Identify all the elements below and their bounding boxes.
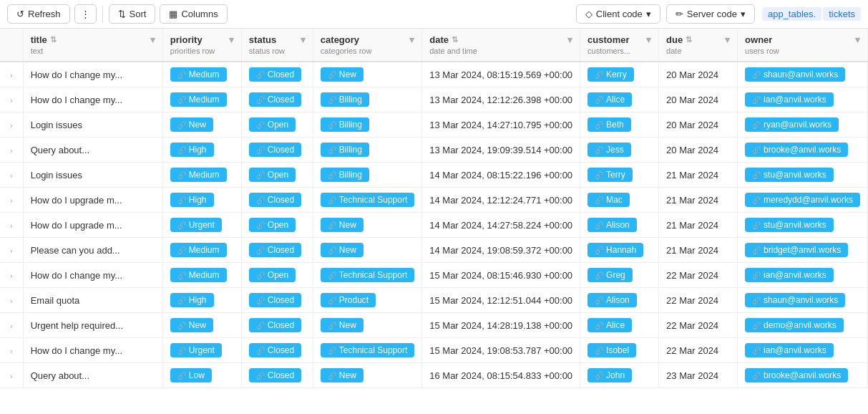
owner-tag[interactable]: 🔗 shaun@anvil.works — [745, 293, 845, 307]
date-value: 14 Mar 2024, 12:12:24.771 +00:00 — [429, 195, 572, 206]
priority-tag[interactable]: 🔗 Medium — [170, 67, 227, 82]
status-tag[interactable]: 🔗 Open — [249, 218, 296, 232]
owner-tag[interactable]: 🔗 shaun@anvil.works — [745, 67, 845, 82]
status-tag[interactable]: 🔗 Closed — [249, 318, 301, 332]
expand-button[interactable]: › — [7, 245, 16, 256]
client-code-button[interactable]: ◇ Client code ▾ — [576, 4, 660, 24]
customer-dropdown-icon[interactable]: ▾ — [646, 34, 651, 45]
title-cell: How do I upgrade m... — [23, 188, 162, 213]
category-tag[interactable]: 🔗 Billing — [321, 117, 369, 132]
expand-button[interactable]: › — [7, 370, 16, 382]
owner-tag[interactable]: 🔗 meredydd@anvil.works — [745, 193, 860, 207]
more-options-button[interactable]: ⋮ — [74, 4, 97, 24]
category-tag[interactable]: 🔗 New — [321, 243, 364, 257]
date-sort-icon[interactable]: ⇅ — [452, 35, 458, 44]
status-tag[interactable]: 🔗 Closed — [249, 343, 301, 357]
customer-tag[interactable]: 🔗 Alison — [587, 218, 637, 232]
priority-tag[interactable]: 🔗 New — [170, 117, 213, 132]
customer-tag[interactable]: 🔗 Isobel — [587, 343, 636, 357]
category-dropdown-icon[interactable]: ▾ — [409, 34, 414, 45]
category-tag[interactable]: 🔗 New — [321, 218, 364, 232]
priority-tag[interactable]: 🔗 Medium — [170, 243, 227, 257]
due-sort-icon[interactable]: ⇅ — [686, 35, 692, 44]
customer-tag[interactable]: 🔗 Hannah — [587, 243, 643, 257]
priority-tag[interactable]: 🔗 Medium — [170, 168, 227, 182]
customer-tag[interactable]: 🔗 Jess — [587, 143, 631, 157]
priority-tag[interactable]: 🔗 Urgent — [170, 343, 222, 357]
status-tag[interactable]: 🔗 Closed — [249, 92, 301, 107]
priority-tag[interactable]: 🔗 High — [170, 293, 214, 307]
expand-button[interactable]: › — [7, 195, 16, 206]
customer-tag[interactable]: 🔗 John — [587, 368, 632, 382]
status-tag[interactable]: 🔗 Closed — [249, 193, 301, 207]
priority-tag[interactable]: 🔗 Urgent — [170, 218, 222, 232]
owner-tag[interactable]: 🔗 stu@anvil.works — [745, 168, 834, 182]
owner-tag[interactable]: 🔗 ian@anvil.works — [745, 343, 834, 357]
customer-tag[interactable]: 🔗 Greg — [587, 268, 633, 282]
owner-tag[interactable]: 🔗 ian@anvil.works — [745, 268, 834, 282]
owner-dropdown-icon[interactable]: ▾ — [855, 34, 860, 45]
status-tag[interactable]: 🔗 Closed — [249, 67, 301, 82]
expand-button[interactable]: › — [7, 320, 16, 332]
customer-tag[interactable]: 🔗 Alice — [587, 92, 632, 107]
owner-tag[interactable]: 🔗 brooke@anvil.works — [745, 143, 848, 157]
priority-tag[interactable]: 🔗 Low — [170, 368, 212, 382]
category-tag[interactable]: 🔗 New — [321, 67, 364, 82]
status-dropdown-icon[interactable]: ▾ — [301, 34, 306, 45]
owner-tag[interactable]: 🔗 ian@anvil.works — [745, 92, 834, 107]
owner-tag[interactable]: 🔗 brooke@anvil.works — [745, 368, 848, 382]
status-tag[interactable]: 🔗 Closed — [249, 293, 301, 307]
title-dropdown-icon[interactable]: ▾ — [150, 34, 155, 45]
priority-dropdown-icon[interactable]: ▾ — [229, 34, 234, 45]
expand-button[interactable]: › — [7, 170, 16, 181]
category-tag[interactable]: 🔗 Billing — [321, 92, 369, 107]
status-tag[interactable]: 🔗 Open — [249, 117, 296, 132]
category-tag[interactable]: 🔗 Billing — [321, 168, 369, 182]
owner-tag[interactable]: 🔗 stu@anvil.works — [745, 218, 834, 232]
title-sort-icon[interactable]: ⇅ — [50, 35, 57, 44]
due-dropdown-icon[interactable]: ▾ — [725, 34, 730, 45]
category-tag[interactable]: 🔗 New — [321, 318, 364, 332]
expand-button[interactable]: › — [7, 95, 16, 106]
refresh-button[interactable]: ↺ Refresh — [7, 4, 70, 24]
status-tag[interactable]: 🔗 Open — [249, 168, 296, 182]
category-tag[interactable]: 🔗 Technical Support — [321, 343, 414, 357]
expand-button[interactable]: › — [7, 69, 16, 81]
status-tag[interactable]: 🔗 Closed — [249, 243, 301, 257]
category-tag[interactable]: 🔗 New — [321, 368, 364, 382]
customer-tag[interactable]: 🔗 Mac — [587, 193, 630, 207]
customer-tag[interactable]: 🔗 Beth — [587, 117, 631, 132]
customer-cell: 🔗 Hannah — [580, 238, 659, 263]
category-tag[interactable]: 🔗 Technical Support — [321, 268, 414, 282]
expand-button[interactable]: › — [7, 120, 16, 131]
expand-button[interactable]: › — [7, 345, 16, 357]
server-code-button[interactable]: ✏ Server code ▾ — [666, 4, 755, 24]
date-dropdown-icon[interactable]: ▾ — [567, 34, 572, 45]
status-tag[interactable]: 🔗 Open — [249, 268, 296, 282]
owner-tag[interactable]: 🔗 demo@anvil.works — [745, 318, 844, 332]
status-tag[interactable]: 🔗 Closed — [249, 368, 301, 382]
category-tag[interactable]: 🔗 Product — [321, 293, 376, 307]
priority-tag[interactable]: 🔗 Medium — [170, 92, 227, 107]
expand-button[interactable]: › — [7, 270, 16, 281]
owner-tag[interactable]: 🔗 bridget@anvil.works — [745, 243, 848, 257]
customer-tag[interactable]: 🔗 Terry — [587, 168, 633, 182]
status-tag[interactable]: 🔗 Closed — [249, 143, 301, 157]
columns-button[interactable]: ▦ Columns — [160, 4, 227, 24]
expand-button[interactable]: › — [7, 220, 16, 231]
customer-tag[interactable]: 🔗 Alison — [587, 293, 637, 307]
due-cell: 23 Mar 2024 — [659, 363, 738, 388]
owner-tag[interactable]: 🔗 ryan@anvil.works — [745, 117, 839, 132]
sort-button[interactable]: ⇅ Sort — [109, 4, 156, 24]
customer-value: Alison — [606, 220, 630, 230]
customer-tag[interactable]: 🔗 Alice — [587, 318, 632, 332]
priority-tag[interactable]: 🔗 New — [170, 318, 213, 332]
priority-tag[interactable]: 🔗 High — [170, 193, 214, 207]
customer-tag[interactable]: 🔗 Kerry — [587, 67, 634, 82]
priority-tag[interactable]: 🔗 High — [170, 143, 214, 157]
category-tag[interactable]: 🔗 Technical Support — [321, 193, 414, 207]
priority-tag[interactable]: 🔗 Medium — [170, 268, 227, 282]
expand-button[interactable]: › — [7, 295, 16, 307]
category-tag[interactable]: 🔗 Billing — [321, 143, 369, 157]
expand-button[interactable]: › — [7, 145, 16, 156]
